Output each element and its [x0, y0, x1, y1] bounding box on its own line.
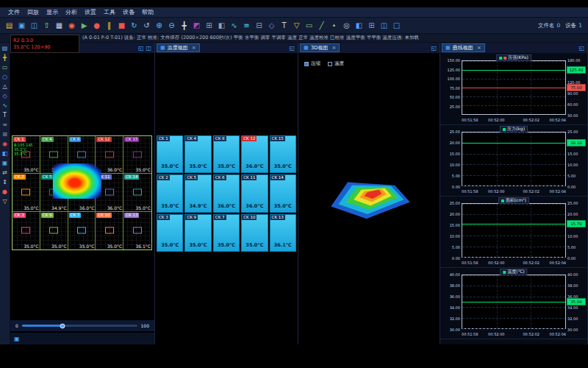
pointer-tool-icon[interactable]: ▤: [2, 45, 8, 52]
measure-cell[interactable]: CK 335.0°C: [12, 212, 40, 250]
menu-item-5[interactable]: 工具: [100, 8, 119, 16]
temperature-tile[interactable]: CK 1236.0°C: [241, 135, 268, 173]
grid-tool-icon[interactable]: ⊞: [2, 131, 7, 138]
temperature-tile[interactable]: CK 1435.0°C: [270, 174, 296, 212]
slider-knob[interactable]: [60, 323, 65, 328]
undo-icon[interactable]: ↺: [140, 18, 153, 33]
cross-tool-icon[interactable]: ╋: [3, 54, 7, 61]
window-max-icon[interactable]: □: [390, 18, 403, 33]
temperature-tile[interactable]: CK 534.9°C: [184, 174, 211, 212]
legend-item-1[interactable]: 温度: [328, 60, 344, 67]
cell-roi-box: [77, 227, 86, 234]
measure-cell[interactable]: CK 1435.0°C: [123, 174, 151, 211]
diamond-roi-icon[interactable]: ◇: [2, 93, 7, 99]
record-icon[interactable]: ●: [90, 18, 103, 33]
measure-cell[interactable]: CK 1535.0°C: [123, 136, 151, 174]
print-icon[interactable]: ▦: [53, 18, 65, 33]
measure-cell[interactable]: CK 135.0°CB:105 145 35.2°C 35.0°C: [12, 136, 40, 174]
split-view-icon[interactable]: ◧: [2, 150, 8, 157]
grid-icon[interactable]: ⊞: [203, 18, 215, 33]
save-all-icon[interactable]: ◫: [28, 18, 40, 33]
text-label-icon[interactable]: T: [3, 112, 7, 118]
menu-item-1[interactable]: 回放: [24, 8, 43, 16]
refresh-icon[interactable]: ↻: [128, 18, 140, 33]
menu-item-7[interactable]: 帮助: [138, 8, 157, 16]
window-grid-icon[interactable]: ⊞: [365, 18, 378, 33]
marker-icon[interactable]: ▽: [290, 18, 303, 33]
triangle-roi-icon[interactable]: △: [2, 83, 7, 90]
zoom-out-icon[interactable]: ⊖: [165, 18, 178, 33]
temperature-tile[interactable]: CK 1535.0°C: [270, 135, 296, 173]
cube-3d-icon[interactable]: ◇: [265, 18, 278, 33]
legend-item-0[interactable]: 压缩: [304, 60, 320, 67]
list-icon[interactable]: ≡: [2, 121, 7, 128]
table-icon[interactable]: ⊟: [253, 18, 265, 33]
target-icon[interactable]: ◉: [2, 141, 7, 147]
rect-roi-icon[interactable]: ▭: [2, 64, 8, 71]
video-icon[interactable]: ▶: [78, 18, 90, 33]
point-tool-icon[interactable]: ∙: [328, 18, 340, 33]
line-tool-icon[interactable]: ╱: [315, 18, 328, 33]
temperature-tile[interactable]: CK 835.0°C: [213, 135, 240, 173]
curve-icon[interactable]: ∿: [228, 18, 240, 33]
tab-curve-view[interactable]: ▦ 曲线视图 ×: [442, 43, 485, 52]
temperature-tile[interactable]: CK 1035.0°C: [241, 214, 268, 252]
temperature-tile[interactable]: CK 435.0°C: [184, 135, 211, 173]
y-axis-tick-left: 30.00: [440, 328, 460, 332]
roi-rect-icon[interactable]: ▭: [303, 18, 315, 33]
temperature-tile[interactable]: CK 1136.0°C: [241, 174, 268, 212]
cross-measure-icon[interactable]: ╋: [178, 18, 190, 33]
snapshot-tool-icon[interactable]: ▣: [2, 160, 8, 166]
temperature-tile[interactable]: CK 1336.1°C: [270, 214, 296, 252]
snapshot-button-icon[interactable]: ▣: [14, 336, 20, 342]
export-icon[interactable]: ⇧: [40, 18, 53, 33]
window-cascade-icon[interactable]: ◫: [378, 18, 390, 33]
close-icon[interactable]: ×: [477, 45, 481, 51]
window-split-icon[interactable]: ◧: [353, 18, 365, 33]
measure-cell[interactable]: CK 1035.0°C: [96, 212, 123, 250]
pause-icon[interactable]: ‖: [103, 18, 115, 33]
save-icon[interactable]: ▣: [15, 18, 28, 33]
layout-split-icon[interactable]: ◧: [215, 18, 228, 33]
p1-panel-controls[interactable]: ◱ ◫: [138, 45, 153, 52]
histogram-icon[interactable]: ≡: [240, 18, 253, 33]
temperature-tile[interactable]: CK 636.0°C: [213, 174, 240, 212]
measure-cell[interactable]: CK 935.0°C: [40, 212, 68, 250]
osd-overlay-window[interactable]: R2 0.3.0 35.0°C 120×90: [10, 35, 79, 53]
p2-panel-controls[interactable]: ◱: [289, 45, 296, 52]
tab-temperature-view[interactable]: ▦ 温度视图 ×: [157, 43, 200, 52]
circle-roi-icon[interactable]: ○: [2, 74, 7, 80]
timeline-slider[interactable]: [22, 325, 137, 327]
menu-item-0[interactable]: 文件: [4, 8, 24, 16]
camera-snapshot-icon[interactable]: ◉: [65, 18, 78, 33]
vertical-adjust-icon[interactable]: ↕: [2, 179, 7, 185]
record-dot-icon[interactable]: ●: [2, 188, 7, 195]
p3-panel-controls[interactable]: ◱: [431, 45, 438, 52]
menu-item-4[interactable]: 设置: [81, 8, 100, 16]
curve-tool-icon[interactable]: ∿: [2, 102, 7, 109]
zoom-in-icon[interactable]: ⊕: [153, 18, 165, 33]
settings-icon[interactable]: ◎: [340, 18, 353, 33]
close-icon[interactable]: ×: [331, 45, 336, 51]
p4-panel-controls[interactable]: ◱: [578, 45, 586, 52]
measure-cell[interactable]: CK 235.0°C: [12, 174, 40, 211]
menu-item-3[interactable]: 分析: [62, 8, 81, 16]
measure-cell[interactable]: CK 1336.1°C: [123, 212, 151, 250]
menu-item-2[interactable]: 显示: [43, 8, 62, 16]
temperature-tile[interactable]: CK 735.0°C: [213, 214, 240, 252]
menu-item-6[interactable]: 设备: [119, 8, 138, 16]
palette-icon[interactable]: ◩: [190, 18, 203, 33]
measure-cell[interactable]: CK 735.0°C: [68, 212, 96, 250]
temperature-tile[interactable]: CK 235.0°C: [157, 174, 183, 212]
swap-icon[interactable]: ⇄: [2, 169, 7, 176]
stop-icon[interactable]: ■: [115, 18, 128, 33]
temperature-tile[interactable]: CK 135.0°C: [157, 135, 183, 173]
close-icon[interactable]: ×: [192, 45, 196, 51]
open-file-icon[interactable]: ▤: [3, 18, 15, 33]
marker-down-icon[interactable]: ▽: [2, 198, 7, 205]
temperature-tile[interactable]: CK 335.0°C: [157, 214, 183, 252]
temperature-tile[interactable]: CK 935.0°C: [184, 214, 211, 252]
screen: 文件回放显示分析设置工具设备帮助 ▤▣◫⇧▦◉▶●‖■↻↺⊕⊖╋◩⊞◧∿≡⊟◇T…: [0, 0, 588, 368]
text-tool-icon[interactable]: T: [278, 18, 290, 33]
tab-3d-view[interactable]: ▦ 3D视图 ×: [300, 43, 340, 52]
